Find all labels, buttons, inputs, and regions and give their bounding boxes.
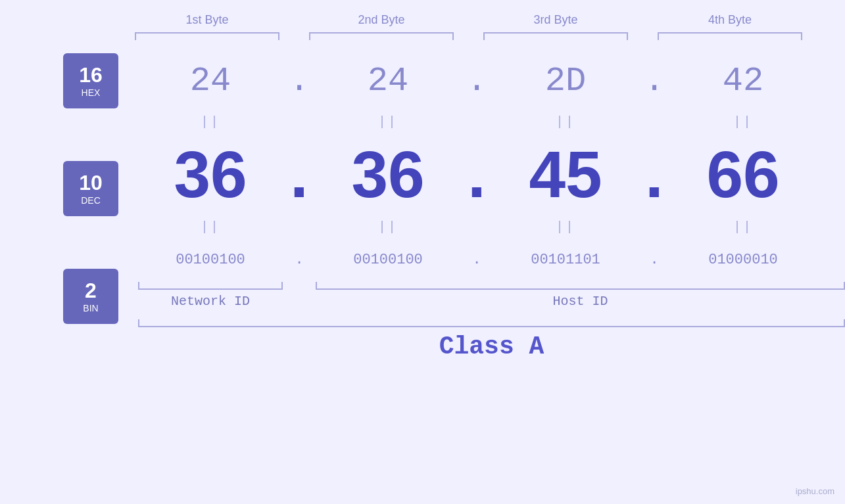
top-bracket-4 (658, 32, 802, 40)
network-id-bracket (138, 282, 283, 290)
top-bracket-row (120, 32, 817, 40)
hex-val-2: 24 (316, 53, 460, 108)
host-id-label: Host ID (552, 294, 608, 309)
class-section: Class A (138, 319, 845, 361)
bin-val-3: 00101101 (493, 240, 638, 279)
hex-val-1: 24 (138, 53, 283, 108)
bin-row: 00100100 . 00100100 . 00101101 . 0100001… (138, 240, 845, 279)
hex-name: HEX (82, 88, 101, 97)
top-bracket-3 (483, 32, 628, 40)
dec-val-2: 36 (316, 135, 460, 214)
eq-2-2: || (316, 219, 460, 235)
bin-name: BIN (83, 304, 98, 313)
top-bracket-1 (135, 32, 279, 40)
dec-val-4: 66 (671, 135, 815, 214)
hex-num: 16 (79, 64, 103, 85)
eq-1-3: || (493, 114, 638, 129)
eq-1-1: || (138, 114, 283, 129)
hex-val-4: 42 (671, 53, 815, 108)
dec-name: DEC (81, 196, 101, 205)
eq-1-4: || (671, 114, 815, 129)
byte-label-1: 1st Byte (135, 13, 279, 27)
class-label: Class A (439, 332, 544, 361)
hex-val-3: 2D (493, 53, 638, 108)
host-id-section: Host ID (316, 282, 845, 309)
eq-2-3: || (493, 219, 638, 235)
hex-row: 24 . 24 . 2D . 42 (138, 53, 845, 108)
class-bracket (138, 319, 845, 327)
dot-hex-1: . (283, 53, 316, 108)
watermark: ipshu.com (796, 486, 834, 496)
bin-val-2: 00100100 (316, 240, 460, 279)
network-id-section: Network ID (138, 282, 283, 309)
dot-bin-3: . (638, 240, 671, 279)
dot-dec-2: . (460, 135, 493, 214)
main-container: 1st Byte 2nd Byte 3rd Byte 4th Byte 16 H… (0, 0, 845, 504)
dec-val-1: 36 (138, 135, 283, 214)
dot-hex-3: . (638, 53, 671, 108)
equals-row-2: || || || || (138, 214, 845, 240)
dot-spacer-1 (283, 282, 316, 309)
bin-val-1: 00100100 (138, 240, 283, 279)
dot-dec-3: . (638, 135, 671, 214)
dec-row: 36 . 36 . 45 . 66 (138, 135, 845, 214)
eq-2-1: || (138, 219, 283, 235)
eq-1-2: || (316, 114, 460, 129)
network-id-label: Network ID (171, 294, 250, 309)
byte-label-3: 3rd Byte (483, 13, 628, 27)
dec-num: 10 (79, 172, 103, 193)
hex-badge: 16 HEX (63, 53, 118, 108)
dot-dec-1: . (283, 135, 316, 214)
dot-hex-2: . (460, 53, 493, 108)
top-bracket-2 (309, 32, 454, 40)
bottom-brackets: Network ID Host ID (138, 282, 845, 309)
byte-label-4: 4th Byte (658, 13, 802, 27)
dec-badge: 10 DEC (63, 161, 118, 216)
dec-val-3: 45 (493, 135, 638, 214)
base-badges-column: 16 HEX 10 DEC 2 BIN (32, 53, 118, 324)
bin-badge: 2 BIN (63, 269, 118, 324)
eq-2-4: || (671, 219, 815, 235)
bin-val-4: 01000010 (671, 240, 815, 279)
bin-num: 2 (85, 280, 97, 301)
byte-labels-row: 1st Byte 2nd Byte 3rd Byte 4th Byte (120, 13, 817, 27)
host-id-bracket (316, 282, 845, 290)
dot-bin-2: . (460, 240, 493, 279)
byte-label-2: 2nd Byte (309, 13, 454, 27)
equals-row-1: || || || || (138, 108, 845, 135)
dot-bin-1: . (283, 240, 316, 279)
